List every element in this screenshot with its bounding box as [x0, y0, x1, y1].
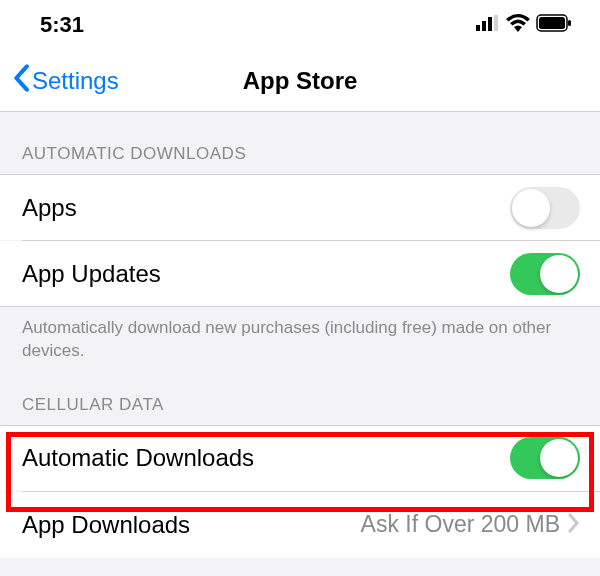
row-automatic-downloads-label: Automatic Downloads: [22, 444, 254, 472]
toggle-apps[interactable]: [510, 187, 580, 229]
row-app-updates[interactable]: App Updates: [0, 241, 600, 307]
back-label: Settings: [32, 67, 119, 95]
wifi-icon: [506, 14, 530, 36]
row-app-updates-label: App Updates: [22, 260, 161, 288]
row-apps-label: Apps: [22, 194, 77, 222]
status-time: 5:31: [40, 12, 84, 38]
svg-rect-5: [539, 17, 565, 29]
chevron-left-icon: [12, 64, 30, 98]
toggle-app-updates[interactable]: [510, 253, 580, 295]
row-apps[interactable]: Apps: [0, 174, 600, 240]
nav-bar: Settings App Store: [0, 50, 600, 112]
status-icons: [476, 14, 572, 36]
svg-rect-0: [476, 25, 480, 31]
row-app-downloads[interactable]: App Downloads Ask If Over 200 MB: [0, 492, 600, 558]
section-header-automatic-downloads: AUTOMATIC DOWNLOADS: [0, 112, 600, 174]
section-footer-automatic-downloads: Automatically download new purchases (in…: [0, 307, 600, 363]
chevron-right-icon: [568, 513, 580, 537]
toggle-automatic-downloads[interactable]: [510, 437, 580, 479]
cellular-signal-icon: [476, 15, 500, 35]
svg-rect-2: [488, 17, 492, 31]
battery-icon: [536, 14, 572, 36]
row-app-downloads-value: Ask If Over 200 MB: [361, 511, 560, 538]
svg-rect-6: [568, 20, 571, 26]
back-button[interactable]: Settings: [0, 64, 119, 98]
page-title: App Store: [243, 67, 358, 95]
row-automatic-downloads[interactable]: Automatic Downloads: [0, 425, 600, 491]
status-bar: 5:31: [0, 0, 600, 50]
row-app-downloads-label: App Downloads: [22, 511, 190, 539]
section-header-cellular-data: CELLULAR DATA: [0, 363, 600, 425]
svg-rect-1: [482, 21, 486, 31]
svg-rect-3: [494, 15, 498, 31]
